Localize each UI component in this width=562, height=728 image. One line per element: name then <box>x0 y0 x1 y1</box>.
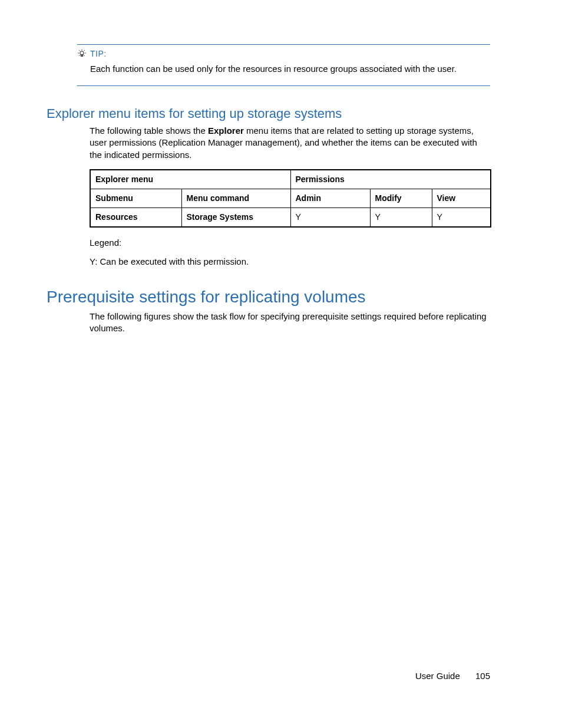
cell-view: Y <box>432 207 491 226</box>
footer-doc-title: User Guide <box>415 671 460 681</box>
cell-submenu: Resources <box>90 207 181 226</box>
page-footer: User Guide 105 <box>415 670 490 682</box>
cell-admin: Y <box>290 207 370 226</box>
table-header-row-1: Explorer menu Permissions <box>90 170 491 189</box>
th-menu-command: Menu command <box>181 189 290 207</box>
page: TIP: Each function can be used only for … <box>0 0 562 728</box>
tip-body: Each function can be used only for the r… <box>77 60 490 75</box>
section2-intro: The following figures show the task flow… <box>90 311 490 335</box>
legend-line1: Y: Can be executed with this permission. <box>90 256 490 268</box>
th-admin: Admin <box>290 189 370 207</box>
section1-intro-pre: The following table shows the <box>90 126 208 136</box>
table-header-row-2: Submenu Menu command Admin Modify View <box>90 189 491 207</box>
tip-lightbulb-icon <box>77 49 87 58</box>
tip-header-row: TIP: <box>77 48 490 60</box>
th-modify: Modify <box>370 189 432 207</box>
th-explorer-menu: Explorer menu <box>90 170 290 189</box>
tip-callout: TIP: Each function can be used only for … <box>77 44 490 86</box>
th-view: View <box>432 189 491 207</box>
section1-intro: The following table shows the Explorer m… <box>90 125 490 161</box>
tip-label: TIP: <box>90 48 107 60</box>
footer-page-number: 105 <box>475 670 490 682</box>
table-row: Resources Storage Systems Y Y Y <box>90 207 491 226</box>
permissions-table-wrap: Explorer menu Permissions Submenu Menu c… <box>90 169 490 228</box>
svg-line-6 <box>84 55 85 56</box>
svg-rect-9 <box>81 55 82 56</box>
heading-explorer-menu-items: Explorer menu items for setting up stora… <box>47 105 342 123</box>
svg-line-5 <box>79 50 80 51</box>
legend-label: Legend: <box>90 237 490 249</box>
svg-line-8 <box>79 55 80 56</box>
section1-intro-bold: Explorer <box>208 126 244 136</box>
svg-line-7 <box>84 50 85 51</box>
cell-menucmd: Storage Systems <box>181 207 290 226</box>
th-submenu: Submenu <box>90 189 181 207</box>
heading-prerequisite-settings: Prerequisite settings for replicating vo… <box>47 286 366 308</box>
svg-point-0 <box>80 51 84 55</box>
cell-modify: Y <box>370 207 432 226</box>
th-permissions: Permissions <box>290 170 491 189</box>
permissions-table: Explorer menu Permissions Submenu Menu c… <box>90 169 491 228</box>
